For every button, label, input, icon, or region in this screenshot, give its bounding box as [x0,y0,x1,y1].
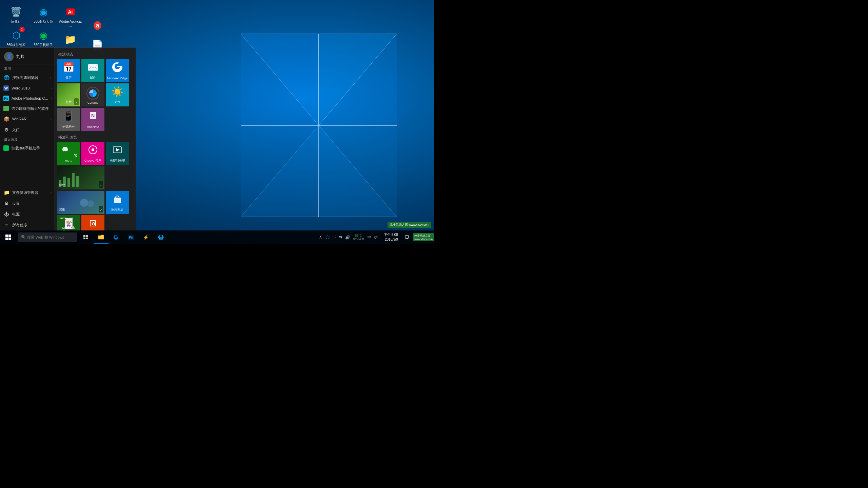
start-item-360uninstall[interactable]: 卸载360手机助手 [0,143,54,153]
search-input[interactable] [18,232,77,242]
tile-weather[interactable]: ☀️ 天气 [106,83,129,106]
calendar-tile-icon: 📅 [63,62,75,73]
start-item-all-apps[interactable]: ≡ 所有程序 [0,220,54,230]
svg-rect-29 [5,235,8,237]
settings-label: 设置 [12,201,20,206]
groove-tile-label: Groove 音乐 [84,159,101,163]
power-label: 电源 [12,212,20,217]
phone-tile-label: 手机助手 [62,124,75,129]
tile-photo[interactable]: ⤢ 照片 [57,83,80,106]
taskbar-brand-text: 纯净系统之家 [414,234,433,238]
tray-temp-value: 51°C [355,234,362,237]
taskbar-brand[interactable]: 纯净系统之家 www.xtszy.com [413,233,434,241]
start-item-power[interactable]: ⏻ 电源 [0,209,54,220]
tray-wifi[interactable] [338,230,344,244]
news-tile-label: 资讯 [59,207,65,212]
clock[interactable]: 下午 5:08 2016/9/9 [381,232,401,242]
tile-news[interactable]: ⤢ 资讯 [57,191,104,214]
search-wrap: 🔍 [16,232,79,242]
clock-date: 2016/9/9 [385,237,398,242]
svg-point-16 [92,148,94,151]
taskbar-browser[interactable]: 🌐 [153,230,168,244]
tile-movie[interactable]: 电影和电视 [106,142,129,165]
start-item-photoshop[interactable]: Ps Adobe Photoshop C... › [0,93,54,103]
svg-point-37 [341,239,341,239]
edge-tile-label: Microsoft Edge [107,77,127,80]
files-label: 文件资源管理器 [12,190,38,195]
360mobile-label: 360手机助手 [34,43,53,47]
photo-tile-label: 照片 [65,100,72,104]
start-item-word[interactable]: W Word 2013 › [0,83,54,93]
start-button[interactable] [0,230,16,244]
tile-finance[interactable]: ⤢ 财经 [57,166,104,189]
taskbar-brand-url: www.xtszy.com [414,238,433,241]
taskbar: 🔍 Ps [0,230,434,244]
tile-onenote[interactable]: N OneNote [81,108,104,131]
tiles-section1-label: 生活动态 [57,50,133,59]
tile-calendar[interactable]: 📅 日历 [57,59,80,82]
corner-brand: 纯净系统之家 www.xtszy.com [388,222,431,228]
start-item-getstarted[interactable]: ⚙ 入门 [0,124,54,135]
start-item-uninstall[interactable]: 强力卸载电脑上的软件 [0,103,54,114]
uninstall-icon [3,106,9,111]
desktop-icon-360mobile[interactable]: ◉ 360手机助手 [31,27,56,48]
360uninstall-icon [3,145,9,151]
360drive-label: 360驱动大师 [34,20,53,24]
tile-edge[interactable]: Microsoft Edge [106,59,129,82]
start-item-winrar[interactable]: 📦 WinRAR › [0,114,54,124]
svg-rect-35 [83,238,85,239]
desktop-icon-avast[interactable]: a [85,17,110,35]
settings-icon: ⚙ [3,200,9,206]
tray-antivirus[interactable]: 🛡 [331,230,337,244]
tray-360[interactable]: ⬡ [324,230,331,244]
desktop-icon-360drive[interactable]: ◉ 360驱动大师 [31,3,56,25]
tray-lang[interactable]: 中 [366,230,372,244]
tile-solitaire[interactable]: XBOX LIVE 🃏 Microsoft Solitaire Collecti… [57,215,80,230]
tile-office[interactable]: O 获取 Office [81,215,104,230]
start-item-files[interactable]: 📁 文件资源管理器 › [0,187,54,198]
desktop: 🗑️ 回收站 ⬡ 2 360软件管家 W 新建 Microsof... ◉ 36… [0,0,434,244]
tile-store[interactable]: 应用商店 [106,191,129,214]
word-start-label: Word 2013 [12,86,30,90]
tray-cpu-temp[interactable]: 51°C CPU温度 [352,234,366,241]
taskbar-file-explorer[interactable] [94,230,108,244]
power-icon: ⏻ [3,211,9,217]
taskbar-thunder[interactable]: ⚡ [138,230,153,244]
taskbar-photoshop[interactable]: Ps [123,230,138,244]
desktop-icon-recycle[interactable]: 🗑️ 回收站 [3,3,29,25]
start-item-browser[interactable]: 🌐 搜狗高速浏览器 › [0,72,54,83]
tray-arrow[interactable]: ∧ [318,230,324,244]
tray-sound[interactable]: 🔊 [345,230,351,244]
tile-groove[interactable]: Groove 音乐 [81,142,104,165]
adobe-icon: Ai [63,5,78,19]
task-view-button[interactable] [79,230,94,244]
winrar-label: WinRAR [12,117,26,121]
svg-rect-30 [8,235,11,237]
start-bottom: 📁 文件资源管理器 › ⚙ 设置 ⏻ 电源 ≡ 所有程序 [0,187,54,230]
360mgr-label: 360软件管家 [6,43,26,47]
svg-point-25 [87,200,94,207]
desktop-icon-adobe[interactable]: Ai Adobe Applicati... [58,3,83,29]
svg-rect-36 [86,238,88,239]
photoshop-icon: Ps [3,96,9,101]
start-item-settings[interactable]: ⚙ 设置 [0,198,54,209]
tile-phone[interactable]: 📱 手机助手 [57,108,80,131]
tile-mail[interactable]: ✉️ 邮件 [81,59,104,82]
svg-rect-31 [5,238,8,240]
calendar-tile-label: 日历 [65,76,72,80]
desktop-icon-360mgr[interactable]: ⬡ 2 360软件管家 [3,27,29,48]
tray-temp-label: CPU温度 [353,237,364,241]
taskbar-edge[interactable] [108,230,123,244]
files-arrow: › [51,191,52,195]
notifications-button[interactable] [401,230,413,244]
weather-tile-icon: ☀️ [112,86,123,97]
360uninstall-label: 卸载360手机助手 [12,146,40,151]
tray-keyboard[interactable]: 拼 [373,230,379,244]
tile-xbox[interactable]: Xbox 𝕏 [57,142,80,165]
tile-cortana[interactable]: Cortana [81,83,104,106]
word-start-icon: W [3,85,9,91]
user-section[interactable]: 👤 刘帅 [0,48,54,64]
user-name: 刘帅 [16,54,24,60]
mail-tile-icon: ✉️ [87,62,99,73]
common-section-label: 常用 [0,64,54,72]
